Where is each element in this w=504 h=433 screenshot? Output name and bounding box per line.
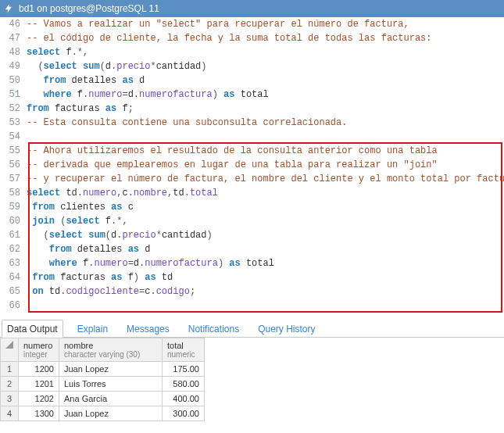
code-content[interactable]: on td.codigocliente=c.codigo; — [27, 284, 504, 299]
line-number: 51 — [0, 88, 27, 102]
line-number: 60 — [0, 214, 27, 228]
titlebar-text: bd1 on postgres@PostgreSQL 11 — [19, 3, 159, 14]
column-type: numeric — [167, 350, 199, 359]
line-number: 65 — [0, 284, 27, 299]
cell-nombre[interactable]: Ana Garcia — [59, 392, 163, 406]
row-number[interactable]: 3 — [1, 392, 19, 406]
column-header-numero[interactable]: numerointeger — [19, 338, 59, 362]
code-content[interactable]: from detalles as d — [27, 242, 504, 256]
code-line[interactable]: 55-- Ahora utilizaremos el resultado de … — [0, 144, 504, 158]
cell-total[interactable]: 175.00 — [163, 362, 205, 377]
cell-total[interactable]: 400.00 — [163, 392, 205, 406]
code-content[interactable]: join (select f.*, — [27, 214, 504, 228]
code-content[interactable]: -- derivada que emplearemos en lugar de … — [27, 158, 504, 172]
table-row[interactable]: 41300Juan Lopez300.00 — [1, 406, 205, 421]
line-number: 49 — [0, 59, 27, 73]
row-number[interactable]: 4 — [1, 406, 19, 421]
line-number: 62 — [0, 242, 27, 256]
cell-total[interactable]: 580.00 — [163, 377, 205, 392]
table-row[interactable]: 31202Ana Garcia400.00 — [1, 392, 205, 406]
lightning-icon — [3, 3, 14, 14]
code-line[interactable]: 51 where f.numero=d.numerofactura) as to… — [0, 88, 504, 102]
code-line[interactable]: 48select f.*, — [0, 45, 504, 59]
code-content[interactable]: where f.numero=d.numerofactura) as total — [27, 88, 504, 102]
cell-numero[interactable]: 1200 — [19, 362, 59, 377]
line-number: 54 — [0, 130, 27, 144]
line-number: 46 — [0, 17, 27, 31]
code-content[interactable]: from facturas as f) as td — [27, 270, 504, 284]
code-line[interactable]: 61 (select sum(d.precio*cantidad) — [0, 228, 504, 242]
code-content[interactable] — [27, 299, 504, 313]
code-content[interactable]: -- el código de cliente, la fecha y la s… — [27, 31, 504, 45]
tab-query-history[interactable]: Query History — [253, 320, 320, 337]
cell-numero[interactable]: 1201 — [19, 377, 59, 392]
code-content[interactable]: (select sum(d.precio*cantidad) — [27, 228, 504, 242]
code-line[interactable]: 53-- Esta consulta contiene una subconsu… — [0, 116, 504, 130]
line-number: 53 — [0, 116, 27, 130]
line-number: 48 — [0, 45, 27, 59]
row-number[interactable]: 1 — [1, 362, 19, 377]
cell-total[interactable]: 300.00 — [163, 406, 205, 421]
cell-nombre[interactable]: Juan Lopez — [59, 406, 163, 421]
code-content[interactable]: where f.numero=d.numerofactura) as total — [27, 256, 504, 270]
column-header-total[interactable]: totalnumeric — [163, 338, 205, 362]
tab-messages[interactable]: Messages — [122, 320, 174, 337]
code-content[interactable]: (select sum(d.precio*cantidad) — [27, 59, 504, 73]
code-line[interactable]: 49 (select sum(d.precio*cantidad) — [0, 59, 504, 73]
result-grid[interactable]: numerointegernombrecharacter varying (30… — [0, 338, 205, 421]
line-number: 50 — [0, 73, 27, 88]
code-line[interactable]: 54 — [0, 130, 504, 144]
table-row[interactable]: 11200Juan Lopez175.00 — [1, 362, 205, 377]
code-content[interactable] — [27, 130, 504, 144]
cell-nombre[interactable]: Luis Torres — [59, 377, 163, 392]
grid-corner[interactable] — [1, 338, 19, 362]
tab-explain[interactable]: Explain — [73, 320, 113, 337]
code-content[interactable]: from detalles as d — [27, 73, 504, 88]
sql-editor[interactable]: 46-- Vamos a realizar un "select" para r… — [0, 17, 504, 313]
code-content[interactable]: -- Esta consulta contiene una subconsult… — [27, 116, 504, 130]
code-line[interactable]: 59 from clientes as c — [0, 200, 504, 214]
code-line[interactable]: 56-- derivada que emplearemos en lugar d… — [0, 158, 504, 172]
code-line[interactable]: 63 where f.numero=d.numerofactura) as to… — [0, 256, 504, 270]
line-number: 66 — [0, 299, 27, 313]
line-number: 57 — [0, 172, 27, 186]
tab-data-output[interactable]: Data Output — [2, 320, 63, 338]
code-content[interactable]: from clientes as c — [27, 200, 504, 214]
column-header-nombre[interactable]: nombrecharacter varying (30) — [59, 338, 163, 362]
column-name: nombre — [64, 341, 157, 350]
code-content[interactable]: -- Ahora utilizaremos el resultado de la… — [27, 144, 504, 158]
column-name: total — [167, 341, 199, 350]
line-number: 59 — [0, 200, 27, 214]
column-type: integer — [23, 350, 54, 359]
line-number: 64 — [0, 270, 27, 284]
row-number[interactable]: 2 — [1, 377, 19, 392]
cell-numero[interactable]: 1202 — [19, 392, 59, 406]
line-number: 58 — [0, 186, 27, 200]
code-line[interactable]: 50 from detalles as d — [0, 73, 504, 88]
column-name: numero — [23, 341, 54, 350]
code-line[interactable]: 62 from detalles as d — [0, 242, 504, 256]
cell-nombre[interactable]: Juan Lopez — [59, 362, 163, 377]
code-line[interactable]: 60 join (select f.*, — [0, 214, 504, 228]
code-line[interactable]: 52from facturas as f; — [0, 102, 504, 116]
code-content[interactable]: select td.numero,c.nombre,td.total — [27, 186, 504, 200]
cell-numero[interactable]: 1300 — [19, 406, 59, 421]
code-line[interactable]: 46-- Vamos a realizar un "select" para r… — [0, 17, 504, 31]
code-content[interactable]: -- y recuperar el número de factura, el … — [27, 172, 504, 186]
line-number: 63 — [0, 256, 27, 270]
code-line[interactable]: 65 on td.codigocliente=c.codigo; — [0, 284, 504, 299]
tab-notifications[interactable]: Notifications — [184, 320, 244, 337]
code-content[interactable]: select f.*, — [27, 45, 504, 59]
table-row[interactable]: 21201Luis Torres580.00 — [1, 377, 205, 392]
line-number: 61 — [0, 228, 27, 242]
titlebar: bd1 on postgres@PostgreSQL 11 — [0, 0, 504, 17]
code-line[interactable]: 57-- y recuperar el número de factura, e… — [0, 172, 504, 186]
code-line[interactable]: 47-- el código de cliente, la fecha y la… — [0, 31, 504, 45]
code-line[interactable]: 64 from facturas as f) as td — [0, 270, 504, 284]
code-content[interactable]: from facturas as f; — [27, 102, 504, 116]
code-content[interactable]: -- Vamos a realizar un "select" para rec… — [27, 17, 504, 31]
line-number: 56 — [0, 158, 27, 172]
line-number: 55 — [0, 144, 27, 158]
code-line[interactable]: 66 — [0, 299, 504, 313]
code-line[interactable]: 58select td.numero,c.nombre,td.total — [0, 186, 504, 200]
